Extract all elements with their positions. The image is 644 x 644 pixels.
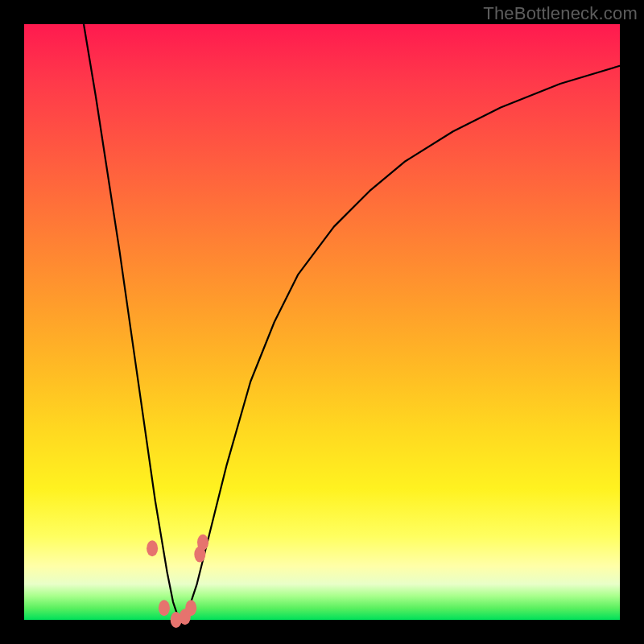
- chart-frame: TheBottleneck.com: [0, 0, 644, 644]
- watermark-text: TheBottleneck.com: [483, 3, 638, 24]
- bottleneck-curve: [84, 24, 620, 620]
- marker-dot: [197, 535, 208, 551]
- marker-dot: [147, 540, 158, 556]
- sweet-spot-markers: [147, 535, 208, 628]
- marker-dot: [159, 600, 170, 616]
- marker-dot: [185, 600, 196, 616]
- curve-layer: [24, 24, 620, 620]
- plot-area: [24, 24, 620, 620]
